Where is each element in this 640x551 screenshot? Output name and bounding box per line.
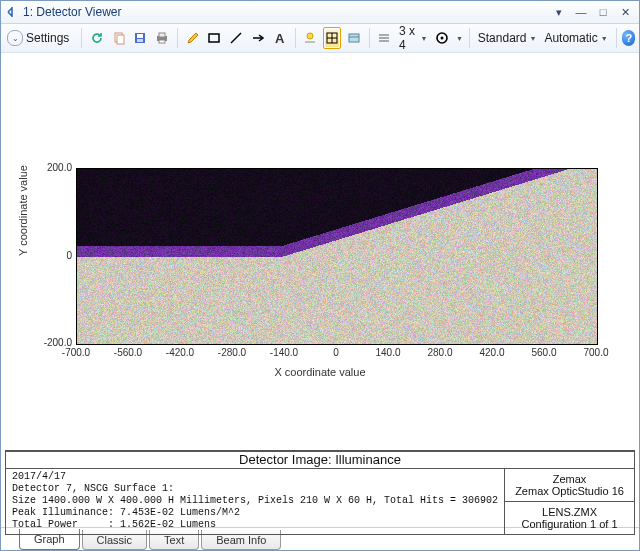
x-tick: 700.0 (578, 347, 614, 358)
x-tick: 140.0 (370, 347, 406, 358)
window-title: 1: Detector Viewer (23, 5, 549, 19)
chevron-down-icon: ▼ (529, 35, 536, 42)
settings-label: Settings (26, 31, 69, 45)
titlebar: 1: Detector Viewer ▾ ― □ ✕ (1, 1, 639, 24)
close-button[interactable]: ✕ (615, 4, 635, 20)
info-panel: Detector Image: Illuminance 2017/4/17 De… (5, 450, 635, 535)
line-tool[interactable] (227, 27, 245, 49)
combo-label: Automatic (544, 31, 597, 45)
svg-point-11 (307, 33, 313, 39)
x-tick: -560.0 (110, 347, 146, 358)
stack-icon[interactable] (375, 27, 393, 49)
svg-rect-1 (117, 35, 124, 44)
svg-point-22 (441, 37, 444, 40)
chevron-down-icon: ⌄ (7, 30, 23, 46)
x-tick: 420.0 (474, 347, 510, 358)
settings-button[interactable]: ⌄ Settings (5, 30, 75, 46)
separator (81, 28, 82, 48)
separator (177, 28, 178, 48)
x-axis-label: X coordinate value (1, 366, 639, 378)
y-tick: 200.0 (32, 162, 72, 173)
info-text: 2017/4/17 Detector 7, NSCG Surface 1: Si… (6, 469, 504, 534)
chart-title: Detector Image: Illuminance (6, 452, 634, 469)
app-icon (5, 5, 19, 19)
combo-label: Standard (478, 31, 527, 45)
y-tick: -200.0 (32, 337, 72, 348)
refresh-button[interactable] (88, 27, 106, 49)
info-vendor: Zemax Zemax OpticStudio 16 (505, 469, 634, 501)
svg-line-9 (231, 33, 241, 43)
svg-rect-16 (349, 34, 359, 42)
sun-button[interactable] (301, 27, 319, 49)
grid-size-label: 3 x 4 (399, 24, 417, 52)
target-button[interactable] (433, 27, 451, 49)
x-tick: -280.0 (214, 347, 250, 358)
svg-rect-4 (137, 39, 143, 42)
svg-rect-7 (159, 40, 165, 43)
maximize-button[interactable]: □ (593, 4, 613, 20)
info-right: Zemax Zemax OpticStudio 16 LENS.ZMX Conf… (504, 469, 634, 534)
y-axis-label: Y coordinate value (17, 165, 29, 256)
copy-button[interactable] (110, 27, 128, 49)
save-button[interactable] (132, 27, 150, 49)
separator (469, 28, 470, 48)
x-tick: 280.0 (422, 347, 458, 358)
plot-frame (76, 168, 598, 345)
x-tick: 0 (318, 347, 354, 358)
window: 1: Detector Viewer ▾ ― □ ✕ ⌄ Settings A (0, 0, 640, 551)
config-button[interactable] (345, 27, 363, 49)
window-buttons: ▾ ― □ ✕ (549, 4, 635, 20)
dropdown-button[interactable]: ▾ (549, 4, 569, 20)
x-tick: 560.0 (526, 347, 562, 358)
help-button[interactable]: ? (622, 30, 635, 46)
svg-rect-3 (137, 34, 143, 38)
x-tick: -140.0 (266, 347, 302, 358)
arrow-tool[interactable] (249, 27, 267, 49)
x-tick: -700.0 (58, 347, 94, 358)
separator (369, 28, 370, 48)
standard-dropdown[interactable]: Standard▼ (476, 31, 539, 45)
pencil-tool[interactable] (184, 27, 202, 49)
chevron-down-icon: ▼ (420, 35, 427, 42)
automatic-dropdown[interactable]: Automatic▼ (542, 31, 609, 45)
window-split-button[interactable] (323, 27, 341, 49)
chevron-down-icon: ▼ (601, 35, 608, 42)
separator (295, 28, 296, 48)
x-tick: -420.0 (162, 347, 198, 358)
info-body: 2017/4/17 Detector 7, NSCG Surface 1: Si… (6, 469, 634, 534)
rectangle-tool[interactable] (206, 27, 224, 49)
svg-rect-8 (209, 34, 219, 42)
chart-area: Y coordinate value X coordinate value -7… (1, 53, 639, 527)
text-tool[interactable]: A (271, 27, 289, 49)
chevron-down-icon: ▼ (456, 35, 463, 42)
print-button[interactable] (153, 27, 171, 49)
toolbar: ⌄ Settings A 3 x 4▼ ▼ Standard▼ Automati… (1, 24, 639, 53)
svg-rect-6 (159, 33, 165, 37)
detector-image (77, 169, 597, 344)
minimize-button[interactable]: ― (571, 4, 591, 20)
info-file: LENS.ZMX Configuration 1 of 1 (505, 501, 634, 534)
grid-size-dropdown[interactable]: 3 x 4▼ (397, 24, 429, 52)
separator (616, 28, 617, 48)
y-tick: 0 (32, 250, 72, 261)
